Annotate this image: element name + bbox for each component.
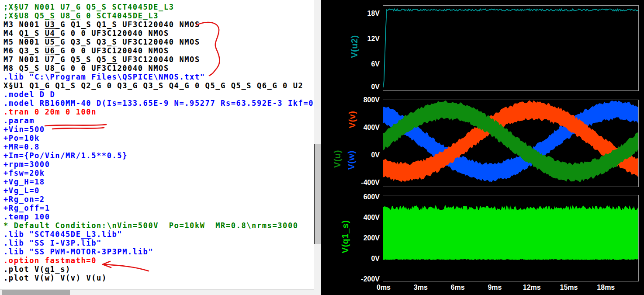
code-text: ;X§U7 N001 U7_G Q5_S SCT4045DE_L3 bbox=[3, 3, 174, 11]
code-line[interactable]: +Vin=500 bbox=[3, 125, 314, 134]
code-line[interactable]: +Rg_off=1 bbox=[3, 204, 314, 212]
code-line[interactable]: +MR=0.8 bbox=[3, 142, 314, 151]
code-line[interactable]: .lib "C:\Program Files\QSPICE\NMOS.txt" bbox=[3, 73, 314, 81]
code-text: +Vin=500 bbox=[3, 125, 45, 134]
code-line[interactable]: .lib "SS I-V3P.lib" bbox=[3, 239, 314, 247]
y-tick-label: -400V bbox=[321, 179, 380, 187]
code-line[interactable]: .temp 100 bbox=[3, 212, 314, 221]
code-line[interactable]: +fsw=20k bbox=[3, 169, 314, 177]
code-line[interactable]: .model RB160MM-40 D(Is=133.65E-9 N=.9527… bbox=[3, 99, 314, 108]
code-text: 00 bbox=[24, 38, 35, 46]
code-line[interactable]: M3 N001 U3_G Q1_S Q1_S UF3C120040 NMOS bbox=[3, 20, 314, 29]
vertical-scrollbar[interactable] bbox=[314, 0, 321, 289]
code-text: 20040 NMOS bbox=[117, 64, 169, 73]
code-line[interactable]: +Vg_H=18 bbox=[3, 177, 314, 186]
code-text: D bbox=[45, 90, 55, 99]
code-line[interactable]: .param bbox=[3, 116, 314, 125]
code-text: * Default Condition:\nVin=500V Po=10kW M… bbox=[3, 221, 298, 230]
code-text: _S Q1_S UF3 bbox=[81, 20, 138, 29]
code-line[interactable]: .lib "SS PWM-MOTOR-3P3PM.lib" bbox=[3, 247, 314, 256]
code-text: .temp 100 bbox=[3, 212, 50, 221]
code-text: U7 bbox=[45, 55, 55, 64]
waveform-plot-phase-voltages[interactable] bbox=[383, 100, 638, 187]
waveform-plot-vq1s[interactable] bbox=[383, 195, 638, 281]
code-text: C1 bbox=[107, 46, 118, 55]
code-text: 20040 NMOS bbox=[117, 46, 169, 55]
plot-panel-phase-voltages[interactable] bbox=[383, 100, 639, 187]
code-text: +Im={Po/Vin/MR/1.5**0.5} bbox=[3, 151, 128, 160]
code-text: .param bbox=[3, 116, 35, 125]
qspice-window: ;X§U7 N001 U7_G Q5_S SCT4045DE_L3;X§U8 Q… bbox=[0, 0, 644, 295]
code-line[interactable]: ;X§U7 N001 U7_G Q5_S SCT4045DE_L3 bbox=[3, 3, 314, 11]
code-line[interactable]: .plot V(w) V(v) V(u) bbox=[3, 274, 314, 282]
y-tick-label: 400V bbox=[321, 124, 380, 132]
code-text: C1 bbox=[138, 20, 149, 29]
code-text: _G Q5_S Q5_S UF3C120040 NMOS bbox=[55, 55, 200, 64]
code-line[interactable]: +Im={Po/Vin/MR/1.5**0.5} bbox=[3, 151, 314, 160]
code-text: U6 bbox=[45, 46, 55, 55]
code-text: U4 bbox=[45, 29, 55, 38]
code-lines[interactable]: ;X§U7 N001 U7_G Q5_S SCT4045DE_L3;X§U8 Q… bbox=[0, 0, 314, 289]
code-line[interactable]: M7 N001 U7_G Q5_S Q5_S UF3C120040 NMOS bbox=[3, 55, 314, 64]
y-tick-label: 6V bbox=[321, 60, 380, 68]
code-text: _G 0 bbox=[55, 46, 81, 55]
code-line[interactable]: .option fastmath=0 bbox=[3, 256, 314, 265]
code-text: X§U1 Q1_G Q1_S Q2_G 0 Q3_G Q3_S Q4_G 0 Q… bbox=[3, 81, 303, 90]
code-line[interactable]: +rpm=3000 bbox=[3, 160, 314, 169]
code-text: U5 bbox=[45, 38, 55, 46]
code-text: UF3 bbox=[86, 46, 107, 55]
code-text: M3 N001 bbox=[3, 20, 45, 29]
waveform-viewer: V(u2) V(v) V(u) V(w) V(q1_s) 18V12V6V0V8… bbox=[321, 0, 644, 295]
code-text: .plot V( bbox=[3, 274, 45, 282]
code-text: M4 Q1_S bbox=[3, 29, 45, 38]
code-line[interactable]: * Default Condition:\nVin=500V Po=10kW M… bbox=[3, 221, 314, 230]
code-line[interactable]: M4 Q1_S U4_G 0 0 UF3C120040 NMOS bbox=[3, 29, 314, 38]
code-line[interactable]: ;X§U8 Q5_S U8_G 0 SCT4045DE_L3 bbox=[3, 11, 314, 20]
horizontal-scrollbar[interactable] bbox=[0, 289, 314, 295]
code-text: U8_G 0 SCT4045DE_L3 bbox=[60, 11, 159, 20]
code-text: +Po=10k bbox=[3, 134, 40, 142]
code-text: _G Q3_S Q3_S UF3C120040 NMOS bbox=[55, 38, 200, 46]
y-tick-label: 18V bbox=[321, 10, 380, 17]
horizontal-scrollbar-thumb[interactable] bbox=[2, 290, 70, 295]
code-text: Q1 bbox=[71, 20, 81, 29]
code-text: .lib "SS I-V3P. bbox=[3, 239, 81, 247]
code-text: 0 bbox=[81, 29, 87, 38]
x-tick-label: 9ms bbox=[488, 284, 502, 292]
code-text: M8 Q5_S U8_G 0 0 UF3 bbox=[3, 64, 107, 73]
code-line[interactable]: .plot V(q1_s) bbox=[3, 265, 314, 274]
y-tick-label: -200V bbox=[321, 275, 380, 283]
netlist-editor[interactable]: ;X§U7 N001 U7_G Q5_S SCT4045DE_L3;X§U8 Q… bbox=[0, 0, 321, 295]
waveform-plot-vu2[interactable] bbox=[383, 6, 638, 90]
code-text: _G 0 bbox=[55, 29, 81, 38]
x-tick-label: 3ms bbox=[414, 284, 428, 292]
code-text: .lib "SS PWM-MOTOR-3P3PM.lib" bbox=[3, 247, 153, 256]
code-line[interactable]: M5 N001 U5_G Q3_S Q3_S UF3C120040 NMOS bbox=[3, 38, 314, 46]
code-line[interactable]: .tran 0 20m 0 100n bbox=[3, 108, 314, 116]
code-text: 0 bbox=[81, 46, 87, 55]
code-line[interactable]: .lib "SCT4045DE_L3.lib" bbox=[3, 230, 314, 239]
code-text: M6 Q3_S bbox=[3, 46, 45, 55]
code-line[interactable]: +Vg_L=0 bbox=[3, 186, 314, 195]
x-tick-label: 15ms bbox=[560, 284, 578, 292]
x-tick-label: 6ms bbox=[451, 284, 465, 292]
code-line[interactable]: +Po=10k bbox=[3, 134, 314, 142]
plot-panel-vq1s[interactable] bbox=[383, 195, 639, 281]
plot-panel-vu2[interactable] bbox=[383, 5, 639, 91]
code-line[interactable]: X§U1 Q1_G Q1_S Q2_G 0 Q3_G Q3_S Q4_G 0 Q… bbox=[3, 81, 314, 90]
code-text: .plot V(q1_s) bbox=[3, 265, 71, 274]
y-tick-label: 0V bbox=[321, 255, 380, 263]
code-line[interactable]: M6 Q3_S U6_G 0 0 UF3C120040 NMOS bbox=[3, 46, 314, 55]
y-tick-label: 400V bbox=[321, 214, 380, 222]
code-text: M7 N001 bbox=[3, 55, 45, 64]
code-text: +rpm=3000 bbox=[3, 160, 50, 169]
x-tick-label: 12ms bbox=[523, 284, 541, 292]
vertical-scrollbar-thumb[interactable] bbox=[314, 144, 321, 244]
code-line[interactable]: .model D D bbox=[3, 90, 314, 99]
y-tick-label: 12V bbox=[321, 35, 380, 43]
code-text: ;X§U8 Q5_S bbox=[3, 11, 60, 20]
code-text: M5 N bbox=[3, 38, 24, 46]
code-text: .option fastmath=0 bbox=[3, 256, 97, 265]
code-line[interactable]: M8 Q5_S U8_G 0 0 UF3C120040 NMOS bbox=[3, 64, 314, 73]
code-line[interactable]: +Rg_on=2 bbox=[3, 195, 314, 204]
